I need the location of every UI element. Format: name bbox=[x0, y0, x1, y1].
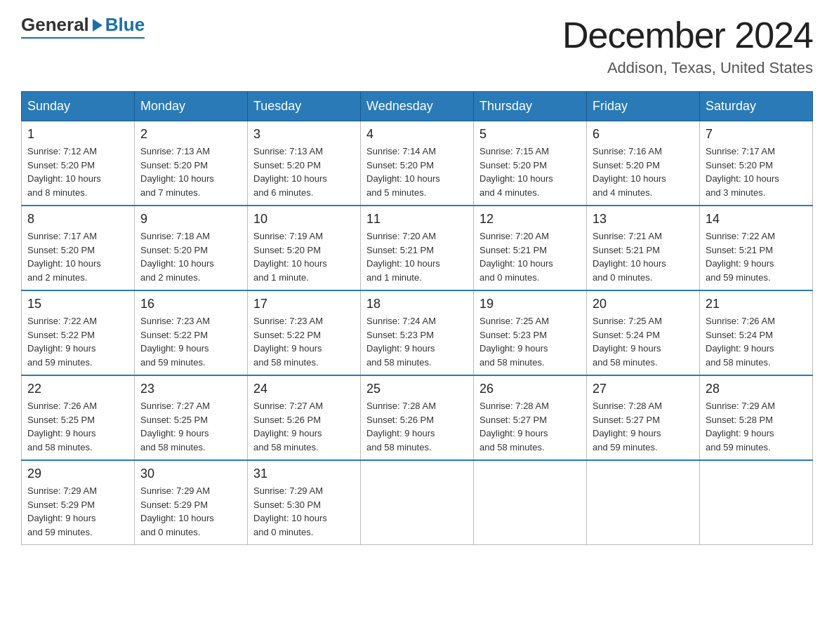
day-info: Sunrise: 7:13 AMSunset: 5:20 PMDaylight:… bbox=[140, 145, 241, 199]
calendar-cell: 21Sunrise: 7:26 AMSunset: 5:24 PMDayligh… bbox=[700, 290, 813, 375]
day-info: Sunrise: 7:21 AMSunset: 5:21 PMDaylight:… bbox=[593, 229, 694, 284]
calendar-cell: 6Sunrise: 7:16 AMSunset: 5:20 PMDaylight… bbox=[587, 121, 700, 206]
weekday-header-saturday: Saturday bbox=[700, 92, 813, 121]
day-number: 19 bbox=[479, 297, 581, 311]
calendar-cell: 11Sunrise: 7:20 AMSunset: 5:21 PMDayligh… bbox=[361, 206, 474, 290]
day-number: 6 bbox=[593, 127, 694, 142]
day-number: 15 bbox=[27, 297, 128, 311]
calendar-cell: 15Sunrise: 7:22 AMSunset: 5:22 PMDayligh… bbox=[22, 290, 135, 375]
calendar-cell: 8Sunrise: 7:17 AMSunset: 5:20 PMDaylight… bbox=[22, 206, 135, 290]
calendar-cell bbox=[700, 460, 813, 545]
day-info: Sunrise: 7:20 AMSunset: 5:21 PMDaylight:… bbox=[479, 229, 581, 284]
day-number: 3 bbox=[253, 127, 355, 142]
day-number: 7 bbox=[706, 127, 807, 142]
day-info: Sunrise: 7:29 AMSunset: 5:30 PMDaylight:… bbox=[253, 484, 355, 539]
day-info: Sunrise: 7:27 AMSunset: 5:26 PMDaylight:… bbox=[253, 399, 355, 454]
day-number: 23 bbox=[140, 382, 241, 396]
day-number: 28 bbox=[706, 382, 807, 396]
calendar-week-row: 29Sunrise: 7:29 AMSunset: 5:29 PMDayligh… bbox=[22, 460, 813, 545]
day-info: Sunrise: 7:23 AMSunset: 5:22 PMDaylight:… bbox=[140, 314, 241, 369]
calendar-cell: 13Sunrise: 7:21 AMSunset: 5:21 PMDayligh… bbox=[587, 206, 700, 290]
calendar-cell: 19Sunrise: 7:25 AMSunset: 5:23 PMDayligh… bbox=[474, 290, 587, 375]
page-header: General Blue December 2024 Addison, Texa… bbox=[21, 14, 813, 77]
day-info: Sunrise: 7:18 AMSunset: 5:20 PMDaylight:… bbox=[140, 229, 241, 284]
day-info: Sunrise: 7:22 AMSunset: 5:21 PMDaylight:… bbox=[706, 229, 807, 284]
calendar-cell bbox=[361, 460, 474, 545]
day-info: Sunrise: 7:14 AMSunset: 5:20 PMDaylight:… bbox=[366, 145, 468, 199]
day-info: Sunrise: 7:24 AMSunset: 5:23 PMDaylight:… bbox=[366, 314, 468, 369]
day-number: 21 bbox=[706, 297, 807, 311]
calendar-cell: 3Sunrise: 7:13 AMSunset: 5:20 PMDaylight… bbox=[248, 121, 361, 206]
day-info: Sunrise: 7:27 AMSunset: 5:25 PMDaylight:… bbox=[140, 399, 241, 454]
day-info: Sunrise: 7:17 AMSunset: 5:20 PMDaylight:… bbox=[706, 145, 807, 199]
weekday-header-sunday: Sunday bbox=[22, 92, 135, 121]
logo-arrow-icon bbox=[93, 19, 102, 32]
calendar-cell: 24Sunrise: 7:27 AMSunset: 5:26 PMDayligh… bbox=[248, 375, 361, 460]
day-number: 24 bbox=[253, 382, 355, 396]
day-info: Sunrise: 7:26 AMSunset: 5:24 PMDaylight:… bbox=[706, 314, 807, 369]
day-number: 16 bbox=[140, 297, 241, 311]
weekday-header-friday: Friday bbox=[587, 92, 700, 121]
month-title: December 2024 bbox=[562, 14, 813, 56]
day-info: Sunrise: 7:28 AMSunset: 5:26 PMDaylight:… bbox=[366, 399, 468, 454]
day-number: 1 bbox=[27, 127, 128, 142]
calendar-cell: 23Sunrise: 7:27 AMSunset: 5:25 PMDayligh… bbox=[135, 375, 248, 460]
day-info: Sunrise: 7:15 AMSunset: 5:20 PMDaylight:… bbox=[479, 145, 581, 199]
calendar-cell: 16Sunrise: 7:23 AMSunset: 5:22 PMDayligh… bbox=[135, 290, 248, 375]
calendar-cell: 7Sunrise: 7:17 AMSunset: 5:20 PMDaylight… bbox=[700, 121, 813, 206]
day-number: 27 bbox=[593, 382, 694, 396]
day-info: Sunrise: 7:13 AMSunset: 5:20 PMDaylight:… bbox=[253, 145, 355, 199]
logo-general-text: General bbox=[21, 14, 89, 36]
day-number: 5 bbox=[479, 127, 581, 142]
calendar-cell: 1Sunrise: 7:12 AMSunset: 5:20 PMDaylight… bbox=[22, 121, 135, 206]
calendar-cell bbox=[474, 460, 587, 545]
day-info: Sunrise: 7:17 AMSunset: 5:20 PMDaylight:… bbox=[27, 229, 128, 284]
day-info: Sunrise: 7:20 AMSunset: 5:21 PMDaylight:… bbox=[366, 229, 468, 284]
calendar-cell: 29Sunrise: 7:29 AMSunset: 5:29 PMDayligh… bbox=[22, 460, 135, 545]
day-number: 8 bbox=[27, 212, 128, 227]
weekday-header-monday: Monday bbox=[135, 92, 248, 121]
weekday-header-row: SundayMondayTuesdayWednesdayThursdayFrid… bbox=[22, 92, 813, 121]
day-info: Sunrise: 7:29 AMSunset: 5:29 PMDaylight:… bbox=[27, 484, 128, 539]
day-number: 10 bbox=[253, 212, 355, 227]
logo: General Blue bbox=[21, 14, 145, 39]
weekday-header-tuesday: Tuesday bbox=[248, 92, 361, 121]
day-number: 2 bbox=[140, 127, 241, 142]
calendar-cell bbox=[587, 460, 700, 545]
calendar-cell: 18Sunrise: 7:24 AMSunset: 5:23 PMDayligh… bbox=[361, 290, 474, 375]
day-info: Sunrise: 7:29 AMSunset: 5:28 PMDaylight:… bbox=[706, 399, 807, 454]
calendar-week-row: 15Sunrise: 7:22 AMSunset: 5:22 PMDayligh… bbox=[22, 290, 813, 375]
calendar-cell: 17Sunrise: 7:23 AMSunset: 5:22 PMDayligh… bbox=[248, 290, 361, 375]
calendar-cell: 10Sunrise: 7:19 AMSunset: 5:20 PMDayligh… bbox=[248, 206, 361, 290]
day-number: 18 bbox=[366, 297, 468, 311]
calendar-week-row: 8Sunrise: 7:17 AMSunset: 5:20 PMDaylight… bbox=[22, 206, 813, 290]
day-info: Sunrise: 7:28 AMSunset: 5:27 PMDaylight:… bbox=[593, 399, 694, 454]
day-number: 13 bbox=[593, 212, 694, 227]
day-info: Sunrise: 7:19 AMSunset: 5:20 PMDaylight:… bbox=[253, 229, 355, 284]
calendar-cell: 26Sunrise: 7:28 AMSunset: 5:27 PMDayligh… bbox=[474, 375, 587, 460]
calendar-cell: 25Sunrise: 7:28 AMSunset: 5:26 PMDayligh… bbox=[361, 375, 474, 460]
day-info: Sunrise: 7:12 AMSunset: 5:20 PMDaylight:… bbox=[27, 145, 128, 199]
calendar-cell: 4Sunrise: 7:14 AMSunset: 5:20 PMDaylight… bbox=[361, 121, 474, 206]
logo-top: General Blue bbox=[21, 14, 145, 36]
day-number: 12 bbox=[479, 212, 581, 227]
logo-underline bbox=[21, 37, 145, 39]
day-info: Sunrise: 7:16 AMSunset: 5:20 PMDaylight:… bbox=[593, 145, 694, 199]
day-number: 31 bbox=[253, 467, 355, 481]
calendar-week-row: 1Sunrise: 7:12 AMSunset: 5:20 PMDaylight… bbox=[22, 121, 813, 206]
calendar-cell: 31Sunrise: 7:29 AMSunset: 5:30 PMDayligh… bbox=[248, 460, 361, 545]
day-number: 26 bbox=[479, 382, 581, 396]
day-info: Sunrise: 7:23 AMSunset: 5:22 PMDaylight:… bbox=[253, 314, 355, 369]
calendar-cell: 12Sunrise: 7:20 AMSunset: 5:21 PMDayligh… bbox=[474, 206, 587, 290]
day-info: Sunrise: 7:28 AMSunset: 5:27 PMDaylight:… bbox=[479, 399, 581, 454]
calendar-cell: 5Sunrise: 7:15 AMSunset: 5:20 PMDaylight… bbox=[474, 121, 587, 206]
day-number: 29 bbox=[27, 467, 128, 481]
day-number: 25 bbox=[366, 382, 468, 396]
calendar-week-row: 22Sunrise: 7:26 AMSunset: 5:25 PMDayligh… bbox=[22, 375, 813, 460]
calendar-cell: 20Sunrise: 7:25 AMSunset: 5:24 PMDayligh… bbox=[587, 290, 700, 375]
calendar-cell: 2Sunrise: 7:13 AMSunset: 5:20 PMDaylight… bbox=[135, 121, 248, 206]
day-number: 11 bbox=[366, 212, 468, 227]
day-info: Sunrise: 7:22 AMSunset: 5:22 PMDaylight:… bbox=[27, 314, 128, 369]
day-number: 4 bbox=[366, 127, 468, 142]
calendar-cell: 27Sunrise: 7:28 AMSunset: 5:27 PMDayligh… bbox=[587, 375, 700, 460]
